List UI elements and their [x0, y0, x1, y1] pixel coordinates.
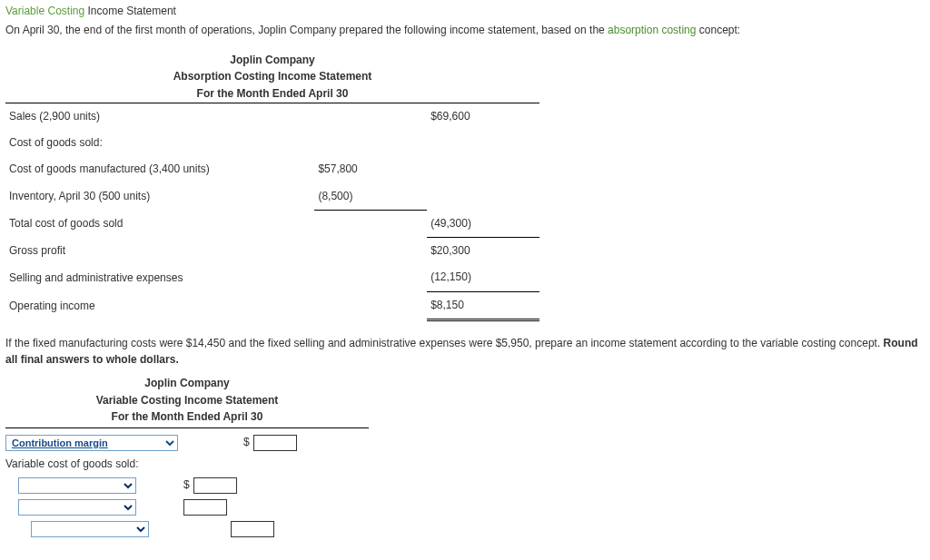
- stmt2-period: For the Month Ended April 30: [112, 410, 263, 423]
- intro-after: concept:: [696, 24, 740, 36]
- stmt1-table: Sales (2,900 units) $69,600 Cost of good…: [5, 103, 539, 322]
- vcogs-label: Variable cost of goods sold:: [5, 454, 369, 475]
- currency-symbol: $: [243, 435, 250, 450]
- stmt1-heading: Joplin Company Absorption Costing Income…: [5, 52, 539, 103]
- stmt1-period: For the Month Ended April 30: [197, 87, 349, 100]
- intro-before: On April 30, the end of the first month …: [5, 24, 608, 36]
- oi-label: Operating income: [5, 291, 314, 319]
- sales-label: Sales (2,900 units): [5, 103, 314, 130]
- inv-label: Inventory, April 30 (500 units): [5, 183, 314, 211]
- cogm-value: $57,800: [314, 156, 427, 182]
- amount-input-4[interactable]: [231, 521, 274, 537]
- line-item-select-1[interactable]: Contribution margin: [5, 435, 178, 451]
- instructions: If the fixed manufacturing costs were $1…: [5, 336, 925, 368]
- table-row: Cost of goods sold:: [5, 130, 539, 156]
- gp-value: $20,300: [427, 238, 539, 265]
- table-row: Total cost of goods sold (49,300): [5, 211, 539, 238]
- cogs-header: Cost of goods sold:: [5, 130, 314, 156]
- intro-text: On April 30, the end of the first month …: [5, 23, 925, 38]
- stmt2-title: Variable Costing Income Statement: [96, 394, 279, 407]
- stmt2-company: Joplin Company: [144, 377, 229, 389]
- line-item-select-4[interactable]: [31, 521, 149, 537]
- page-title: Variable Costing Income Statement: [5, 4, 925, 19]
- totcogs-label: Total cost of goods sold: [5, 211, 314, 238]
- amount-input-3[interactable]: [183, 499, 227, 516]
- sga-label: Selling and administrative expenses: [5, 264, 314, 291]
- instructions-text: If the fixed manufacturing costs were $1…: [5, 337, 884, 349]
- stmt1-title: Absorption Costing Income Statement: [173, 70, 372, 83]
- form-row-3: [5, 496, 369, 518]
- cogm-label: Cost of goods manufactured (3,400 units): [5, 156, 314, 182]
- table-row: Inventory, April 30 (500 units) (8,500): [5, 183, 539, 211]
- amount-input-2[interactable]: [193, 477, 237, 494]
- variable-costing-form: Joplin Company Variable Costing Income S…: [5, 375, 369, 540]
- stmt2-heading: Joplin Company Variable Costing Income S…: [5, 375, 369, 428]
- line-item-select-2[interactable]: [18, 477, 136, 494]
- gp-label: Gross profit: [5, 238, 314, 265]
- sga-value: (12,150): [427, 264, 539, 291]
- table-row: Sales (2,900 units) $69,600: [5, 103, 539, 130]
- table-row: Operating income $8,150: [5, 291, 539, 319]
- table-row: Gross profit $20,300: [5, 238, 539, 265]
- form-row-1: Contribution margin $: [5, 432, 369, 454]
- inv-value: (8,500): [314, 183, 427, 211]
- table-row: Selling and administrative expenses (12,…: [5, 264, 539, 291]
- amount-input-1[interactable]: [253, 435, 297, 451]
- form-row-2: $: [5, 475, 369, 496]
- line-item-select-3[interactable]: [18, 499, 136, 516]
- totcogs-value: (49,300): [427, 211, 539, 238]
- absorption-costing-link[interactable]: absorption costing: [608, 24, 696, 36]
- page-title-rest: Income Statement: [84, 5, 176, 17]
- stmt1-company: Joplin Company: [230, 54, 314, 66]
- oi-value: $8,150: [427, 291, 539, 319]
- currency-symbol: $: [183, 477, 190, 493]
- sales-value: $69,600: [427, 103, 539, 130]
- form-row-4: [5, 518, 369, 540]
- page-title-green: Variable Costing: [5, 5, 84, 17]
- table-row: Cost of goods manufactured (3,400 units)…: [5, 156, 539, 182]
- absorption-statement: Joplin Company Absorption Costing Income…: [5, 52, 539, 321]
